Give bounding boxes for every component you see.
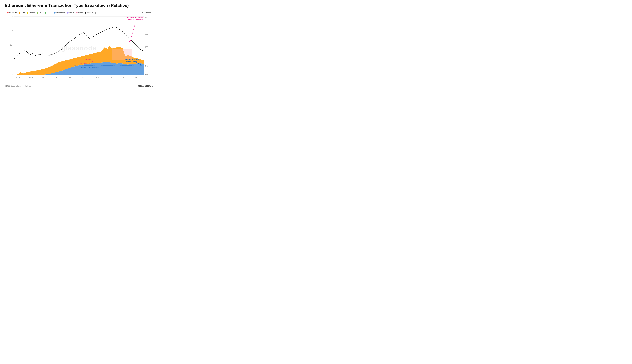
svg-text:$2k: $2k xyxy=(145,17,148,18)
legend-item: ERC20 xyxy=(44,12,52,14)
chart-svg: 36% 24% 12% 0% $2k $800 $400 $100 $60 xyxy=(7,15,151,81)
legend-label: Price [USD] xyxy=(87,12,96,14)
legend-color-dot xyxy=(7,12,9,14)
legend-item: Other xyxy=(76,12,82,14)
legend-color-dot xyxy=(76,12,78,14)
legend-color-dot xyxy=(54,12,56,14)
svg-text:Jul '19: Jul '19 xyxy=(55,77,60,78)
svg-text:to 8.3% of Transactions: to 8.3% of Transactions xyxy=(128,18,142,20)
svg-text:Stablecoin Dominance: Stablecoin Dominance xyxy=(124,58,139,60)
svg-text:$100: $100 xyxy=(145,65,148,67)
svg-text:Jumps to ~12.5%: Jumps to ~12.5% xyxy=(126,60,137,62)
svg-text:12%: 12% xyxy=(10,44,13,46)
svg-text:24%: 24% xyxy=(10,30,13,32)
svg-text:Jul '18: Jul '18 xyxy=(28,77,33,78)
svg-text:Stablecoins ~10% Dominance: Stablecoins ~10% Dominance xyxy=(80,66,98,68)
svg-text:Jul '21: Jul '21 xyxy=(108,77,112,78)
legend-label: Other xyxy=(78,12,82,14)
svg-text:Jan '18: Jan '18 xyxy=(15,77,20,78)
legend-label: Bridges xyxy=(29,12,34,14)
legend-label: ERC20 xyxy=(46,12,52,14)
legend-color-dot xyxy=(85,12,86,14)
legend-color-dot xyxy=(27,12,28,14)
legend-item: MEV bots xyxy=(7,12,17,14)
svg-text:Jul '22: Jul '22 xyxy=(135,77,139,78)
legend-color-dot xyxy=(19,12,20,14)
svg-text:18% to 22% of Transactions: 18% to 22% of Transactions xyxy=(80,63,96,65)
svg-text:Jul '20: Jul '20 xyxy=(82,77,86,78)
legend-item: DeFi xyxy=(37,12,42,14)
chart-legend: MEV botsNFTsBridgesDeFiERC20StablecoinsV… xyxy=(7,12,151,14)
legend-color-dot xyxy=(67,12,68,14)
svg-text:36%: 36% xyxy=(10,16,13,17)
footer-copyright: © 2022 Glassnode. All Rights Reserved. xyxy=(5,85,35,87)
legend-color-dot xyxy=(44,12,46,14)
footer-logo: glassnode xyxy=(138,84,153,88)
legend-label: MEV bots xyxy=(9,12,17,14)
legend-label: Stablecoins xyxy=(56,12,65,14)
svg-text:$800: $800 xyxy=(145,34,148,35)
legend-label: Vanilla xyxy=(69,12,74,14)
svg-text:NFT Dominance Declined: NFT Dominance Declined xyxy=(127,16,143,18)
legend-item: NFTs xyxy=(19,12,25,14)
legend-label: DeFi xyxy=(39,12,42,14)
svg-text:Jan '21: Jan '21 xyxy=(95,77,100,78)
svg-text:H1-2022: H1-2022 xyxy=(85,59,91,61)
legend-item: Stablecoins xyxy=(54,12,65,14)
legend-color-dot xyxy=(37,12,38,14)
legend-item: Bridges xyxy=(27,12,34,14)
svg-text:Jan '20: Jan '20 xyxy=(68,77,73,78)
reset-zoom-button[interactable]: Reset zoom xyxy=(142,12,151,14)
page-title: Ethereum: Ethereum Transaction Type Brea… xyxy=(5,3,153,8)
svg-text:$400: $400 xyxy=(145,46,148,48)
svg-text:Jan '19: Jan '19 xyxy=(42,77,46,78)
svg-text:$60: $60 xyxy=(145,74,148,76)
svg-text:Jan '22: Jan '22 xyxy=(121,77,126,78)
footer: © 2022 Glassnode. All Rights Reserved. g… xyxy=(5,84,153,88)
svg-text:0%: 0% xyxy=(11,74,13,76)
chart-container: Reset zoom MEV botsNFTsBridgesDeFiERC20S… xyxy=(5,10,153,83)
svg-line-32 xyxy=(130,25,135,41)
legend-label: NFTs xyxy=(21,12,25,14)
chart-area: glassnode 36% 24% 12% 0% $2k $800 $400 $… xyxy=(7,15,151,81)
legend-item: Price [USD] xyxy=(85,12,96,14)
legend-item: Vanilla xyxy=(67,12,74,14)
svg-text:NFTs Accountedfor: NFTs Accountedfor xyxy=(82,61,94,63)
